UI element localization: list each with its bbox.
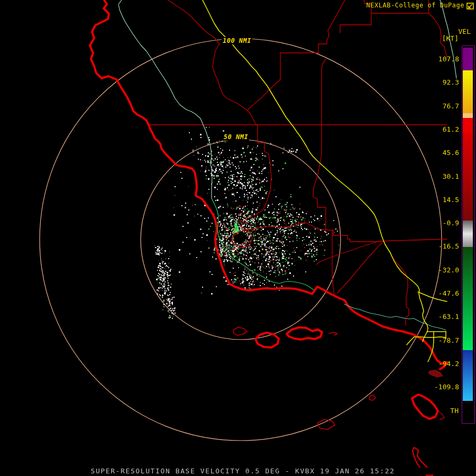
colorbar-tick-label: 92.3 <box>422 79 459 86</box>
colorbar-tick-label: 45.6 <box>422 149 459 157</box>
county-line-diagonal-shallow <box>316 241 379 264</box>
county-line-kern-vertical <box>313 59 379 242</box>
island-santa-rosa <box>255 333 279 347</box>
colorbar-tick-label: 107.8 <box>422 56 459 63</box>
colorbar-segment <box>463 350 473 401</box>
colorbar-segment <box>463 70 473 113</box>
county-line-kern-stair <box>248 0 345 110</box>
colorbar-tick-label: 14.5 <box>422 196 459 204</box>
range-ring-label-100nmi: 100 NMI <box>222 37 252 44</box>
radar-display: NEXLAB-College of DuPage VEL [KT] 107.89… <box>0 0 476 476</box>
velocity-colorbar <box>462 45 475 424</box>
colorbar-tick-label: -47.6 <box>422 290 459 297</box>
island-santa-barbara <box>369 395 376 400</box>
colorbar-tick-label: -32.0 <box>422 267 459 274</box>
county-line-vandenberg-loop <box>233 125 326 248</box>
county-line-vertical-628 <box>332 231 334 294</box>
colorbar-tick-label: 61.2 <box>422 126 459 133</box>
colorbar-segment <box>463 48 473 70</box>
colorbar-tick-label: 30.1 <box>422 173 459 180</box>
colorbar-units: [KT] <box>442 35 459 42</box>
colorbar-tick-label: -109.8 <box>422 383 459 391</box>
threshold-label: TH <box>450 407 459 414</box>
colorbar-tick-label: 76.7 <box>422 103 459 110</box>
island-santa-cruz <box>287 327 322 340</box>
island-anacapa <box>329 332 337 335</box>
county-line-santabarbara-ventura <box>379 239 447 241</box>
brand-link[interactable]: NEXLAB-College of DuPage <box>367 2 464 8</box>
colorbar-segment <box>463 113 473 118</box>
highway-branch-4 <box>407 337 414 345</box>
island-san-miguel <box>233 327 247 335</box>
colorbar-segment <box>463 133 473 221</box>
map-layer <box>0 0 476 476</box>
island-catalina <box>412 395 438 419</box>
colorbar-title: VEL <box>459 28 471 35</box>
range-ring-50nmi <box>141 140 341 340</box>
county-line-topright-stair <box>340 13 447 57</box>
county-line-ventura <box>390 254 409 325</box>
window-popout-icon[interactable] <box>466 3 474 10</box>
island-catalina-tail <box>438 411 444 419</box>
colorbar-tick-label: -78.7 <box>422 337 459 344</box>
colorbar-tick-label: -0.9 <box>422 219 459 227</box>
range-ring-label-50nmi: 50 NMI <box>223 133 249 141</box>
echo-patch-ventura <box>428 370 443 378</box>
product-caption: SUPER-RESOLUTION BASE VELOCITY 0.5 DEG -… <box>0 468 476 474</box>
colorbar-segment <box>463 247 473 350</box>
river-salinas <box>118 0 212 198</box>
colorbar-segment <box>463 221 473 247</box>
colorbar-tick-label: -16.5 <box>422 243 459 250</box>
colorbar-tick-label: -63.1 <box>422 313 459 321</box>
colorbar-segment <box>463 118 473 133</box>
county-line-diagonal-steep <box>337 242 382 293</box>
colorbar-tick-label: -94.2 <box>422 360 459 368</box>
coastline-california <box>90 0 447 369</box>
range-ring-100nmi <box>40 39 442 441</box>
colorbar-segment <box>463 401 473 422</box>
